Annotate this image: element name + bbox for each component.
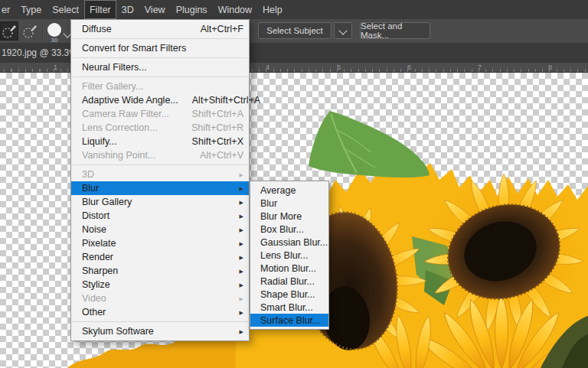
submenu-arrow-icon: ▶: [240, 186, 243, 191]
menu-item-label: Render: [82, 252, 234, 262]
toolbar-divider: [42, 22, 44, 40]
chevron-down-icon: [338, 26, 347, 34]
brush-options-dropdown[interactable]: [64, 26, 70, 40]
menu-bar: er Type Select Filter 3D View Plugins Wi…: [0, 0, 588, 20]
menu-item-convert-for-smart-filters[interactable]: Convert for Smart Filters: [71, 41, 249, 55]
menubar-item-view[interactable]: View: [139, 0, 171, 19]
submenu-item-gaussian-blur[interactable]: Gaussian Blur...: [250, 236, 328, 249]
menu-item-neural-filters[interactable]: Neural Filters...: [71, 60, 249, 74]
submenu-item-radial-blur[interactable]: Radial Blur...: [250, 275, 328, 288]
menu-item-label: Vanishing Point...: [82, 150, 186, 161]
menu-item-liquify[interactable]: Liquify... Shift+Ctrl+X: [71, 135, 249, 148]
menubar-item-layer-cut[interactable]: er: [0, 0, 15, 19]
brush-preview-icon[interactable]: [47, 23, 61, 37]
menu-item-diffuse[interactable]: Diffuse Alt+Ctrl+F: [71, 22, 249, 36]
menu-separator: [72, 77, 248, 77]
menubar-item-window[interactable]: Window: [213, 0, 257, 19]
menu-item-label: Blur: [82, 183, 234, 194]
menu-item-label: Box Blur...: [260, 224, 322, 235]
menu-item-shortcut: Alt+Ctrl+F: [201, 24, 243, 34]
quick-selection-add-button[interactable]: [21, 21, 39, 41]
menu-item-pixelate[interactable]: Pixelate ▶: [71, 236, 249, 250]
submenu-arrow-icon: ▶: [240, 329, 243, 334]
submenu-arrow-icon: ▶: [240, 255, 243, 260]
submenu-arrow-icon: ▶: [240, 200, 243, 205]
quick-selection-tool-icon: [2, 24, 17, 39]
menu-item-skylum-software[interactable]: Skylum Software ▶: [71, 324, 249, 338]
menu-item-sharpen[interactable]: Sharpen ▶: [71, 264, 249, 278]
select-subject-dropdown-button[interactable]: [334, 22, 352, 39]
submenu-arrow-icon: ▶: [240, 213, 243, 219]
menu-item-distort[interactable]: Distort ▶: [71, 209, 249, 223]
menu-separator: [72, 164, 248, 165]
submenu-item-motion-blur[interactable]: Motion Blur...: [250, 262, 328, 275]
submenu-item-shape-blur[interactable]: Shape Blur...: [250, 288, 328, 301]
menu-item-other[interactable]: Other ▶: [71, 305, 249, 319]
menu-item-label: Lens Blur...: [260, 250, 322, 261]
menu-item-blur[interactable]: Blur ▶: [71, 181, 249, 195]
ruler-number: 5: [337, 64, 341, 71]
menu-item-label: Lens Correction...: [82, 122, 178, 133]
menubar-item-plugins[interactable]: Plugins: [171, 0, 213, 19]
menu-item-label: Video: [82, 293, 234, 304]
menu-item-label: Noise: [82, 224, 234, 235]
photoshop-window: er Type Select Filter 3D View Plugins Wi…: [0, 0, 588, 368]
menu-item-adaptive-wide-angle[interactable]: Adaptive Wide Angle... Alt+Shift+Ctrl+A: [71, 93, 249, 107]
document-tab[interactable]: 1920.jpg @ 33.3%: [0, 47, 77, 58]
menubar-item-help[interactable]: Help: [257, 0, 288, 19]
submenu-item-box-blur[interactable]: Box Blur...: [250, 223, 328, 236]
menu-item-label: Skylum Software: [82, 326, 234, 337]
submenu-item-smart-blur[interactable]: Smart Blur...: [250, 301, 328, 314]
menu-item-label: Diffuse: [82, 24, 187, 34]
select-subject-button[interactable]: Select Subject: [258, 22, 332, 39]
ruler-number: 8: [548, 64, 552, 71]
menu-item-label: 3D: [82, 169, 234, 180]
menu-separator: [72, 38, 248, 39]
select-and-mask-button[interactable]: Select and Mask...: [360, 22, 430, 39]
submenu-arrow-icon: ▶: [240, 310, 243, 315]
menubar-item-filter[interactable]: Filter: [84, 0, 116, 19]
menu-item-label: Gaussian Blur...: [260, 237, 328, 248]
submenu-item-blur-more[interactable]: Blur More: [250, 210, 328, 223]
menu-item-label: Other: [82, 307, 234, 318]
submenu-item-blur[interactable]: Blur: [250, 197, 328, 210]
menu-item-label: Neural Filters...: [82, 62, 243, 73]
menu-item-video: Video ▶: [71, 291, 249, 305]
menu-item-lens-correction: Lens Correction... Shift+Ctrl+R: [71, 121, 249, 135]
menu-item-shortcut: Alt+Shift+Ctrl+A: [192, 95, 260, 106]
menu-separator: [72, 321, 248, 322]
menubar-item-select[interactable]: Select: [47, 0, 84, 19]
ruler-number: 6: [407, 64, 411, 71]
menu-item-label: Stylize: [82, 279, 234, 290]
menu-item-shortcut: Shift+Ctrl+A: [192, 109, 243, 119]
menu-item-label: Filter Gallery...: [82, 81, 243, 92]
quick-selection-add-icon: [22, 24, 38, 39]
submenu-arrow-icon: ▶: [240, 282, 243, 288]
submenu-item-surface-blur[interactable]: Surface Blur...: [250, 314, 328, 327]
menu-item-vanishing-point: Vanishing Point... Alt+Ctrl+V: [71, 148, 249, 162]
blur-submenu: Average Blur Blur More Box Blur... Gauss…: [250, 181, 329, 330]
menubar-item-3d[interactable]: 3D: [116, 0, 139, 19]
menu-item-label: Radial Blur...: [260, 276, 322, 287]
menu-item-label: Average: [260, 185, 322, 196]
submenu-arrow-icon: ▶: [240, 269, 243, 274]
menu-item-stylize[interactable]: Stylize ▶: [71, 278, 249, 291]
submenu-item-lens-blur[interactable]: Lens Blur...: [250, 249, 328, 262]
menu-item-label: Motion Blur...: [260, 263, 322, 274]
menu-item-noise[interactable]: Noise ▶: [71, 223, 249, 236]
quick-selection-new-button[interactable]: [0, 21, 18, 41]
menu-item-blur-gallery[interactable]: Blur Gallery ▶: [71, 195, 249, 209]
ruler-number: 1: [54, 64, 57, 71]
submenu-arrow-icon: ▶: [240, 241, 243, 246]
menu-item-3d: 3D ▶: [71, 168, 249, 181]
menu-item-label: Shape Blur...: [260, 289, 322, 300]
menubar-item-type[interactable]: Type: [15, 0, 47, 19]
submenu-item-average[interactable]: Average: [250, 184, 328, 197]
menu-item-label: Smart Blur...: [260, 302, 322, 313]
menu-item-render[interactable]: Render ▶: [71, 250, 249, 264]
menu-item-label: Blur More: [260, 211, 322, 222]
submenu-arrow-icon: ▶: [240, 296, 243, 301]
menu-item-label: Surface Blur...: [260, 315, 322, 326]
ruler-number: 4: [266, 64, 270, 71]
menu-item-label: Convert for Smart Filters: [82, 43, 243, 54]
